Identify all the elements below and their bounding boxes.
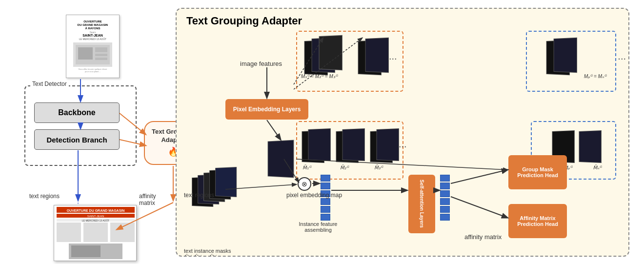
tga-title: Text Grouping Adapter (186, 15, 302, 27)
bar-out-6 (440, 214, 450, 221)
feat-bot-label-2: M̄₂ᴳ (340, 165, 349, 170)
feature-card-3b (554, 37, 577, 72)
svg-line-34 (451, 170, 507, 183)
feat-bot-label-1: M̄₁ᴳ (302, 165, 311, 170)
input-document: OUVERTUREDU GRAND MAGASINÀ RAYONS Sears … (66, 15, 120, 78)
backbone-box: Backbone (34, 102, 120, 123)
text-regions-label-left: text regions (29, 193, 60, 200)
svg-rect-4 (95, 58, 107, 60)
backbone-label: Backbone (58, 108, 95, 117)
feature-bars-output (440, 175, 450, 222)
svg-text:SAINT-JEAN: SAINT-JEAN (87, 215, 104, 218)
svg-rect-13 (83, 223, 108, 242)
group-pred-label: Group MaskPrediction Head (517, 166, 558, 178)
bar-out-5 (440, 206, 450, 213)
bar-out-2 (440, 183, 450, 189)
bar-6 (321, 214, 330, 221)
eq-label-1: M₁ᴳ = M₂ᴳ = M₃ᴳ (301, 74, 338, 79)
self-attention-label: Self-attention Layers (419, 180, 424, 228)
pixel-embed-output (268, 140, 294, 178)
self-attention-box: Self-attention Layers (408, 175, 435, 233)
right-panel: Text Grouping Adapter image features M₁ᴳ… (176, 8, 629, 257)
group-pred-box: Group MaskPrediction Head (508, 155, 567, 189)
svg-line-35 (451, 197, 507, 218)
dots-right: ··· (618, 53, 626, 64)
feat-bot-q (579, 130, 602, 162)
text-detector-label: Text Detector (30, 81, 69, 87)
feat-bot-label-q: M̄ₙᴳ (593, 165, 602, 170)
bar-out-1 (440, 175, 450, 182)
bar-1 (321, 175, 330, 182)
svg-text:LE MERCREDI 13 AOÛT: LE MERCREDI 13 AOÛT (82, 219, 109, 222)
feat-bot-label-3: M̄₃ᴳ (374, 165, 383, 170)
svg-rect-14 (110, 223, 135, 242)
inst-mask-5 (215, 167, 237, 197)
feature-card-1c (319, 35, 342, 70)
svg-line-26 (267, 120, 281, 140)
pixel-embedding-map-label: pixel embedding map (286, 192, 342, 199)
text-regions-label-right: text regions (184, 192, 214, 199)
text-instance-masks-label: text instance masksM̂₁ᴵ, M̂₂ᴵ,..., M̂ₙᴵ (184, 248, 231, 257)
doc-subtitle: SAINT-JEAN (82, 34, 103, 38)
tensor-product-symbol: ⊗ (298, 177, 311, 191)
feat-bot-2b (342, 128, 365, 161)
svg-rect-1 (78, 47, 93, 60)
bar-out-4 (440, 198, 450, 205)
affinity-pred-box: Affinity MatrixPrediction Head (508, 204, 567, 238)
eq-label-2: Mₚᴳ = Mₙᴳ (584, 74, 606, 79)
detection-branch-label: Detection Branch (46, 136, 107, 144)
bar-2 (321, 183, 330, 189)
svg-rect-3 (95, 54, 107, 56)
dots-between: ··· (389, 53, 397, 64)
feat-bot-1b (308, 128, 331, 161)
feat-bot-3b (377, 128, 399, 161)
svg-rect-16 (71, 245, 101, 257)
dots-middle: ··· (399, 141, 407, 152)
detection-branch-box: Detection Branch (34, 129, 120, 150)
diagram-container: OUVERTUREDU GRAND MAGASINÀ RAYONS Sears … (0, 0, 644, 264)
image-features-label: image features (240, 60, 282, 67)
pixel-embedding-label: Pixel Embedding Layers (233, 106, 301, 113)
instance-feature-label: Instance featureassembling (289, 221, 347, 233)
bar-4 (321, 198, 330, 205)
text-detector-box: Text Detector (24, 85, 137, 166)
left-panel: OUVERTUREDU GRAND MAGASINÀ RAYONS Sears … (15, 10, 171, 254)
affinity-matrix-label-left: affinity matrix (139, 193, 171, 206)
doc-title: OUVERTUREDU GRAND MAGASINÀ RAYONS (78, 20, 108, 31)
affinity-pred-label: Affinity MatrixPrediction Head (517, 215, 558, 227)
bar-5 (321, 206, 330, 213)
svg-rect-12 (57, 223, 81, 242)
pixel-embedding-box: Pixel Embedding Layers (225, 99, 308, 120)
doc-image-area (73, 42, 112, 67)
feature-card-2b (365, 37, 389, 72)
result-document: OUVERTURE DU GRAND MAGASIN SAINT-JEAN LE… (54, 205, 137, 261)
affinity-matrix-label-right: affinity matrix (464, 233, 502, 241)
svg-text:OUVERTURE DU GRAND MAGASIN: OUVERTURE DU GRAND MAGASIN (67, 209, 125, 212)
svg-rect-2 (95, 47, 107, 52)
bar-out-3 (440, 190, 450, 197)
